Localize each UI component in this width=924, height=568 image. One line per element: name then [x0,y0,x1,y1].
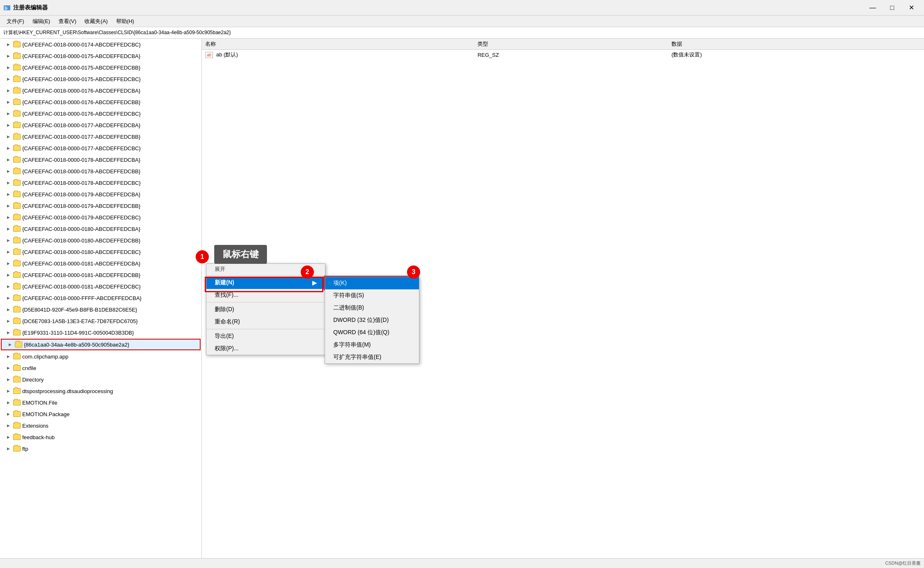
folder-icon [13,191,21,197]
close-button[interactable]: ✕ [902,2,921,14]
address-bar: 计算机\HKEY_CURRENT_USER\Software\Classes\C… [0,27,924,39]
maximize-button[interactable]: □ [883,2,901,14]
tree-item-32[interactable]: ▶ EMOTION.Package [0,408,201,420]
title-controls: — □ ✕ [863,2,921,14]
tree-item-20[interactable]: ▶ {CAFEEFAC-0018-0000-0181-ABCDEFFEDCBB} [0,269,201,281]
context-menu-find[interactable]: 查找(F)... [206,289,325,301]
folder-icon [13,307,21,312]
tree-item-25[interactable]: ▶ {E19F9331-3110-11D4-991C-005004D3B3DB} [0,327,201,338]
tree-item-24[interactable]: ▶ {DC6E7083-1A5B-13E3-E7AE-7D87EFDC6705} [0,315,201,327]
tree-item-6[interactable]: ▶ {CAFEEFAC-0018-0000-0176-ABCDEFFEDCBC} [0,108,201,119]
tree-item-29[interactable]: ▶ Directory [0,374,201,385]
expand-arrow: ▶ [5,110,12,117]
folder-icon [13,388,21,394]
folder-icon [13,318,21,324]
separator [206,302,325,303]
col-name[interactable]: 名称 [202,39,474,50]
submenu-binary[interactable]: 二进制值(B) [325,302,419,314]
tree-item-selected[interactable]: ▶ {86ca1aa0-34aa-4e8b-a509-50c905bae2a2} [1,339,201,350]
tree-item-2[interactable]: ▶ {CAFEEFAC-0018-0000-0175-ABCDEFFEDCBB} [0,62,201,73]
tree-item-12[interactable]: ▶ {CAFEEFAC-0018-0000-0178-ABCDEFFEDCBC} [0,177,201,189]
tree-item-28[interactable]: ▶ crxfile [0,362,201,374]
expand-arrow: ▶ [5,329,12,336]
tree-item-16[interactable]: ▶ {CAFEEFAC-0018-0000-0180-ABCDEFFEDCBA} [0,223,201,235]
status-text: CSDN@红目香薰 [885,560,921,566]
menu-favorites[interactable]: 收藏夹(A) [81,17,111,26]
number-circle-1: 1 [196,250,209,263]
folder-icon [13,180,21,186]
tree-item-31[interactable]: ▶ EMOTION.File [0,397,201,408]
minimize-button[interactable]: — [863,2,882,14]
tree-item-27[interactable]: ▶ com.clipchamp.app [0,351,201,362]
context-menu-delete[interactable]: 删除(D) [206,303,325,316]
folder-icon [13,261,21,266]
folder-icon [13,295,21,301]
folder-icon [13,145,21,151]
table-row[interactable]: ab ab (默认) REG_SZ (数值未设置) [202,50,924,60]
submenu-expandstring[interactable]: 可扩充字符串值(E) [325,351,419,363]
tree-item-1[interactable]: ▶ {CAFEEFAC-0018-0000-0175-ABCDEFFEDCBA} [0,50,201,62]
submenu-key[interactable]: 项(K) [325,277,419,289]
tree-item-11[interactable]: ▶ {CAFEEFAC-0018-0000-0178-ABCDEFFEDCBB} [0,165,201,177]
left-pane[interactable]: ▶ {CAFEEFAC-0018-0000-0174-ABCDEFFEDCBC}… [0,39,202,558]
context-menu-export[interactable]: 导出(E) [206,330,325,342]
menu-file[interactable]: 文件(F) [3,17,28,26]
address-label: 计算机\HKEY_CURRENT_USER\Software\Classes\C… [3,29,231,36]
tree-item-14[interactable]: ▶ {CAFEEFAC-0018-0000-0179-ABCDEFFEDCBB} [0,200,201,212]
row-data: (数值未设置) [668,50,924,60]
tree-item-17[interactable]: ▶ {CAFEEFAC-0018-0000-0180-ABCDEFFEDCBB} [0,235,201,246]
tree-item-3[interactable]: ▶ {CAFEEFAC-0018-0000-0175-ABCDEFFEDCBC} [0,73,201,85]
menu-help[interactable]: 帮助(H) [113,17,138,26]
expand-arrow: ▶ [5,237,12,244]
tree-item-22[interactable]: ▶ {CAFEEFAC-0018-0000-FFFF-ABCDEFFEDCBA} [0,292,201,304]
submenu[interactable]: 项(K) 字符串值(S) 二进制值(B) DWORD (32 位)值(D) QW… [325,277,419,364]
folder-icon [13,53,21,59]
submenu-string[interactable]: 字符串值(S) [325,289,419,302]
tree-item-34[interactable]: ▶ feedback-hub [0,431,201,443]
tree-item-19[interactable]: ▶ {CAFEEFAC-0018-0000-0181-ABCDEFFEDCBA} [0,258,201,269]
submenu-multistring[interactable]: 多字符串值(M) [325,339,419,351]
status-bar: CSDN@红目香薰 [0,558,924,568]
tree-item-21[interactable]: ▶ {CAFEEFAC-0018-0000-0181-ABCDEFFEDCBC} [0,281,201,292]
tree-item-18[interactable]: ▶ {CAFEEFAC-0018-0000-0180-ABCDEFFEDCBC} [0,246,201,258]
folder-icon [13,365,21,371]
context-menu-permissions[interactable]: 权限(P)... [206,342,325,355]
expand-arrow: ▶ [5,76,12,82]
tree-item-33[interactable]: ▶ Extensions [0,420,201,431]
tree-item-4[interactable]: ▶ {CAFEEFAC-0018-0000-0176-ABCDEFFEDCBA} [0,85,201,96]
expand-arrow: ▶ [5,203,12,209]
expand-arrow: ▶ [5,306,12,313]
number-circle-3: 3 [407,265,420,279]
folder-icon [13,237,21,243]
tree-item-8[interactable]: ▶ {CAFEEFAC-0018-0000-0177-ABCDEFFEDCBB} [0,131,201,142]
expand-arrow: ▶ [5,445,12,452]
expand-arrow: ▶ [5,99,12,105]
tree-item-10[interactable]: ▶ {CAFEEFAC-0018-0000-0178-ABCDEFFEDCBA} [0,154,201,165]
tree-item-23[interactable]: ▶ {D5E8041D-920F-45e9-B8FB-B1DEB82C6E5E} [0,304,201,315]
folder-icon [13,134,21,140]
tree-item-7[interactable]: ▶ {CAFEEFAC-0018-0000-0177-ABCDEFFEDCBA} [0,119,201,131]
registry-editor-window: 注册表编辑器 — □ ✕ 文件(F) 编辑(E) 查看(V) 收藏夹(A) 帮助… [0,0,924,568]
submenu-qword[interactable]: QWORD (64 位)值(Q) [325,326,419,339]
tree-item-30[interactable]: ▶ dtspostprocessing.dtsaudioprocessing [0,385,201,397]
folder-icon [13,76,21,82]
tree-item-15[interactable]: ▶ {CAFEEFAC-0018-0000-0179-ABCDEFFEDCBC} [0,212,201,223]
tree-item-9[interactable]: ▶ {CAFEEFAC-0018-0000-0177-ABCDEFFEDCBC} [0,142,201,154]
tree-item-35[interactable]: ▶ ftp [0,443,201,454]
expand-arrow: ▶ [5,353,12,360]
context-menu-rename[interactable]: 重命名(R) [206,316,325,328]
tree-item-13[interactable]: ▶ {CAFEEFAC-0018-0000-0179-ABCDEFFEDCBA} [0,189,201,200]
menu-view[interactable]: 查看(V) [55,17,80,26]
col-data[interactable]: 数据 [668,39,924,50]
row-type: REG_SZ [474,50,668,60]
col-type[interactable]: 类型 [474,39,668,50]
expand-arrow: ▶ [5,376,12,383]
tree-item-5[interactable]: ▶ {CAFEEFAC-0018-0000-0176-ABCDEFFEDCBB} [0,96,201,108]
submenu-dword[interactable]: DWORD (32 位)值(D) [325,314,419,326]
tree-item-0[interactable]: ▶ {CAFEEFAC-0018-0000-0174-ABCDEFFEDCBC} [0,39,201,50]
expand-arrow: ▶ [5,53,12,59]
menu-edit[interactable]: 编辑(E) [29,17,54,26]
svg-rect-3 [5,9,7,10]
expand-arrow: ▶ [5,168,12,175]
expand-arrow: ▶ [5,272,12,278]
